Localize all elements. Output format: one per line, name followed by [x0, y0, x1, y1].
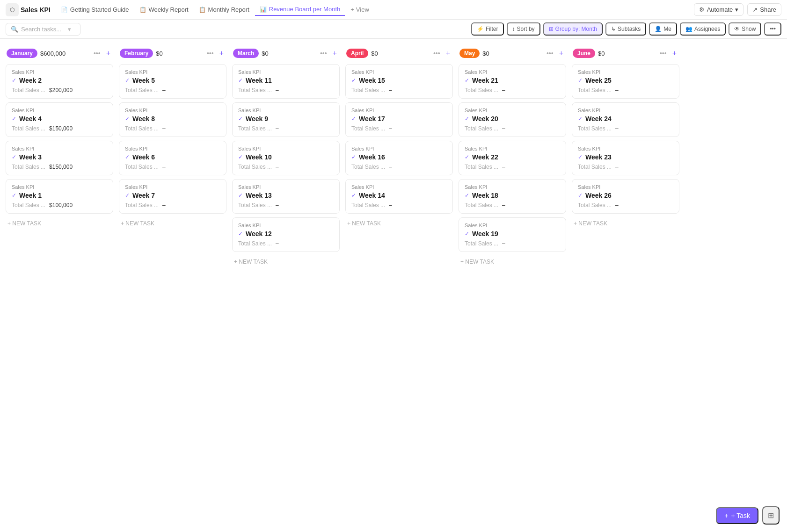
task-card[interactable]: Sales KPI ✓ Week 1 Total Sales ... $100,…: [6, 179, 113, 214]
card-check-icon[interactable]: ✓: [12, 192, 16, 199]
card-parent: Sales KPI: [351, 184, 447, 190]
column-more-march[interactable]: •••: [318, 49, 329, 58]
card-check-icon[interactable]: ✓: [351, 115, 356, 122]
nav-tab-monthly-report[interactable]: 📋Monthly Report: [194, 4, 254, 15]
card-check-icon[interactable]: ✓: [238, 154, 243, 160]
month-badge-january[interactable]: January: [7, 49, 37, 58]
view-toggle-button[interactable]: ⊞: [762, 506, 780, 525]
task-card[interactable]: Sales KPI ✓ Week 22 Total Sales ... –: [459, 141, 566, 175]
task-card[interactable]: Sales KPI ✓ Week 16 Total Sales ... –: [345, 141, 453, 175]
card-check-icon[interactable]: ✓: [465, 115, 469, 122]
month-badge-april[interactable]: April: [346, 49, 368, 58]
column-add-january[interactable]: +: [104, 48, 112, 58]
task-card[interactable]: Sales KPI ✓ Week 12 Total Sales ... –: [232, 217, 340, 252]
new-task-january[interactable]: + NEW TASK: [6, 217, 113, 230]
task-card[interactable]: Sales KPI ✓ Week 7 Total Sales ... –: [119, 179, 226, 214]
task-card[interactable]: Sales KPI ✓ Week 8 Total Sales ... –: [119, 102, 226, 137]
subtasks-button[interactable]: ↳ Subtasks: [605, 22, 646, 36]
new-task-february[interactable]: + NEW TASK: [119, 217, 226, 230]
app-title[interactable]: Sales KPI: [21, 6, 51, 14]
card-check-icon[interactable]: ✓: [465, 154, 469, 160]
task-card[interactable]: Sales KPI ✓ Week 21 Total Sales ... –: [459, 64, 566, 99]
card-check-icon[interactable]: ✓: [465, 77, 469, 84]
column-more-may[interactable]: •••: [545, 49, 555, 58]
card-check-icon[interactable]: ✓: [12, 154, 16, 160]
task-card[interactable]: Sales KPI ✓ Week 19 Total Sales ... –: [459, 217, 566, 252]
card-check-icon[interactable]: ✓: [578, 154, 583, 160]
task-card[interactable]: Sales KPI ✓ Week 18 Total Sales ... –: [459, 179, 566, 214]
search-box[interactable]: 🔍 Search tasks... ▾: [6, 23, 80, 36]
task-card[interactable]: Sales KPI ✓ Week 25 Total Sales ... –: [572, 64, 679, 99]
task-card[interactable]: Sales KPI ✓ Week 9 Total Sales ... –: [232, 102, 340, 137]
new-task-april[interactable]: + NEW TASK: [345, 217, 453, 230]
card-check-icon[interactable]: ✓: [238, 192, 243, 199]
app-icon[interactable]: ⬡: [6, 3, 19, 16]
column-add-february[interactable]: +: [218, 48, 226, 58]
task-card[interactable]: Sales KPI ✓ Week 15 Total Sales ... –: [345, 64, 453, 99]
new-task-june[interactable]: + NEW TASK: [572, 217, 679, 230]
task-card[interactable]: Sales KPI ✓ Week 14 Total Sales ... –: [345, 179, 453, 214]
month-badge-june[interactable]: June: [573, 49, 595, 58]
assignees-button[interactable]: 👥 Assignees: [680, 22, 726, 36]
show-button[interactable]: 👁 Show: [729, 22, 761, 36]
filter-button[interactable]: ⚡ Filter: [471, 22, 504, 36]
nav-tab-getting-started[interactable]: 📄Getting Started Guide: [56, 4, 134, 15]
column-add-march[interactable]: +: [331, 48, 339, 58]
automate-button[interactable]: ⚙ Automate ▾: [694, 3, 744, 16]
task-card[interactable]: Sales KPI ✓ Week 2 Total Sales ... $200,…: [6, 64, 113, 99]
card-check-icon[interactable]: ✓: [578, 192, 583, 199]
me-button[interactable]: 👤 Me: [649, 22, 677, 36]
card-check-icon[interactable]: ✓: [351, 154, 356, 160]
nav-tab-revenue-board[interactable]: 📊Revenue Board per Month: [255, 3, 345, 16]
card-check-icon[interactable]: ✓: [351, 77, 356, 84]
column-more-april[interactable]: •••: [431, 49, 442, 58]
card-check-icon[interactable]: ✓: [125, 77, 130, 84]
task-card[interactable]: Sales KPI ✓ Week 4 Total Sales ... $150,…: [6, 102, 113, 137]
column-add-june[interactable]: +: [670, 48, 678, 58]
task-card[interactable]: Sales KPI ✓ Week 24 Total Sales ... –: [572, 102, 679, 137]
column-add-april[interactable]: +: [444, 48, 452, 58]
column-add-may[interactable]: +: [557, 48, 565, 58]
card-check-icon[interactable]: ✓: [465, 230, 469, 237]
add-view-button[interactable]: +View: [346, 4, 374, 15]
column-more-january[interactable]: •••: [92, 49, 102, 58]
card-check-icon[interactable]: ✓: [238, 77, 243, 84]
card-meta-label: Total Sales ...: [465, 164, 498, 170]
sort-button[interactable]: ↕ Sort by: [507, 22, 540, 36]
share-button[interactable]: ↗ Share: [747, 3, 781, 16]
add-task-button[interactable]: + + Task: [716, 507, 758, 524]
card-check-icon[interactable]: ✓: [465, 192, 469, 199]
task-card[interactable]: Sales KPI ✓ Week 11 Total Sales ... –: [232, 64, 340, 99]
card-check-icon[interactable]: ✓: [578, 115, 583, 122]
task-card[interactable]: Sales KPI ✓ Week 6 Total Sales ... –: [119, 141, 226, 175]
task-card[interactable]: Sales KPI ✓ Week 17 Total Sales ... –: [345, 102, 453, 137]
task-card[interactable]: Sales KPI ✓ Week 20 Total Sales ... –: [459, 102, 566, 137]
card-check-icon[interactable]: ✓: [238, 115, 243, 122]
card-check-icon[interactable]: ✓: [125, 154, 130, 160]
new-task-march[interactable]: + NEW TASK: [232, 256, 340, 268]
card-check-icon[interactable]: ✓: [578, 77, 583, 84]
nav-tab-weekly-report[interactable]: 📋Weekly Report: [135, 4, 193, 15]
task-card[interactable]: Sales KPI ✓ Week 10 Total Sales ... –: [232, 141, 340, 175]
card-check-icon[interactable]: ✓: [12, 115, 16, 122]
card-check-icon[interactable]: ✓: [125, 192, 130, 199]
task-card[interactable]: Sales KPI ✓ Week 5 Total Sales ... –: [119, 64, 226, 99]
plus-icon: +: [350, 6, 354, 13]
month-badge-march[interactable]: March: [233, 49, 259, 58]
group-by-button[interactable]: ⊞ Group by: Month: [543, 22, 603, 36]
new-task-may[interactable]: + NEW TASK: [459, 256, 566, 268]
card-check-icon[interactable]: ✓: [238, 230, 243, 237]
more-options-button[interactable]: •••: [764, 22, 781, 36]
task-card[interactable]: Sales KPI ✓ Week 13 Total Sales ... –: [232, 179, 340, 214]
card-meta-value: –: [615, 202, 619, 208]
month-badge-february[interactable]: February: [120, 49, 153, 58]
card-check-icon[interactable]: ✓: [12, 77, 16, 84]
month-badge-may[interactable]: May: [459, 49, 480, 58]
card-check-icon[interactable]: ✓: [351, 192, 356, 199]
task-card[interactable]: Sales KPI ✓ Week 23 Total Sales ... –: [572, 141, 679, 175]
column-more-february[interactable]: •••: [205, 49, 216, 58]
task-card[interactable]: Sales KPI ✓ Week 26 Total Sales ... –: [572, 179, 679, 214]
card-check-icon[interactable]: ✓: [125, 115, 130, 122]
column-more-june[interactable]: •••: [658, 49, 669, 58]
task-card[interactable]: Sales KPI ✓ Week 3 Total Sales ... $150,…: [6, 141, 113, 175]
